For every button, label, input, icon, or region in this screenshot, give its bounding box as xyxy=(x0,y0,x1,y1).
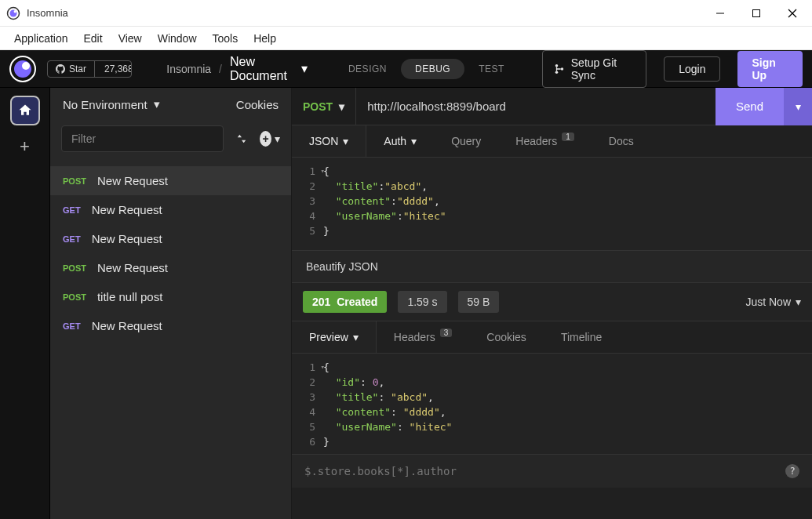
response-body-viewer[interactable]: 123456 { "id": 0, "title": "abcd", "cont… xyxy=(292,354,812,454)
request-item-label: New Request xyxy=(97,174,168,187)
request-item[interactable]: POSTNew Request xyxy=(50,166,291,195)
chevron-down-icon: ▾ xyxy=(796,296,801,308)
logo-icon[interactable] xyxy=(9,56,36,82)
request-item[interactable]: POSTNew Request xyxy=(50,253,291,282)
svg-point-7 xyxy=(555,64,558,66)
svg-point-9 xyxy=(561,67,563,70)
request-item-label: New Request xyxy=(92,232,162,245)
headers-count-badge: 1 xyxy=(562,132,574,141)
response-history-dropdown[interactable]: Just Now ▾ xyxy=(745,296,801,308)
request-item[interactable]: GETNew Request xyxy=(50,195,291,224)
home-button[interactable] xyxy=(10,96,40,125)
method-badge: GET xyxy=(63,205,81,215)
window-close-button[interactable] xyxy=(774,0,810,27)
sidebar: No Environment ▾ Cookies +▾ POSTNew Requ… xyxy=(50,88,292,519)
response-status-bar: 201 Created 1.59 s 59 B Just Now ▾ xyxy=(292,283,812,321)
tab-headers[interactable]: Headers 1 xyxy=(498,125,591,157)
method-badge: POST xyxy=(63,176,86,186)
environment-picker[interactable]: No Environment ▾ xyxy=(63,97,160,111)
tab-debug[interactable]: DEBUG xyxy=(401,59,464,79)
tab-preview[interactable]: Preview ▾ xyxy=(292,321,377,353)
beautify-json-button[interactable]: Beautify JSON xyxy=(292,250,812,283)
signup-button[interactable]: Sign Up xyxy=(737,51,803,87)
request-item-label: title null post xyxy=(97,290,162,303)
method-badge: GET xyxy=(63,234,81,244)
app-header: Star 27,368 Insomnia / New Document ▾ DE… xyxy=(0,50,812,88)
sort-requests-button[interactable] xyxy=(231,129,252,149)
breadcrumb-document[interactable]: New Document ▾ xyxy=(230,55,308,83)
request-item-label: New Request xyxy=(92,203,162,216)
method-badge: POST xyxy=(63,263,86,273)
tab-auth[interactable]: Auth ▾ xyxy=(366,125,434,157)
response-time: 1.59 s xyxy=(398,291,446,313)
method-badge: GET xyxy=(63,321,81,331)
request-body-editor[interactable]: 12345 { "title":"abcd", "content":"dddd"… xyxy=(292,158,812,250)
method-badge: POST xyxy=(63,292,86,302)
tab-docs[interactable]: Docs xyxy=(592,125,651,157)
filter-input[interactable] xyxy=(61,125,224,152)
svg-rect-4 xyxy=(753,9,760,16)
new-request-button[interactable]: +▾ xyxy=(260,129,280,149)
request-item[interactable]: POSTtitle null post xyxy=(50,282,291,311)
window-title: Insomnia xyxy=(27,7,68,19)
menu-application[interactable]: Application xyxy=(6,29,76,48)
github-star-button[interactable]: Star 27,368 xyxy=(47,60,132,78)
url-input[interactable] xyxy=(356,100,716,113)
menu-window[interactable]: Window xyxy=(150,29,205,48)
tab-test[interactable]: TEST xyxy=(464,59,519,79)
tab-response-cookies[interactable]: Cookies xyxy=(469,321,544,353)
menu-edit[interactable]: Edit xyxy=(76,29,111,48)
cookies-button[interactable]: Cookies xyxy=(236,98,279,111)
http-method-picker[interactable]: POST ▾ xyxy=(292,88,356,125)
request-item-label: New Request xyxy=(92,319,162,332)
window-titlebar: Insomnia xyxy=(0,0,812,27)
breadcrumb-separator: / xyxy=(219,63,222,75)
request-item[interactable]: GETNew Request xyxy=(50,311,291,340)
status-badge: 201 Created xyxy=(303,291,387,313)
add-project-button[interactable]: + xyxy=(20,136,30,157)
chevron-down-icon: ▾ xyxy=(301,61,308,76)
response-headers-count-badge: 3 xyxy=(440,328,453,337)
help-icon[interactable]: ? xyxy=(785,464,799,478)
setup-git-sync-button[interactable]: Setup Git Sync xyxy=(542,50,646,88)
svg-point-2 xyxy=(14,10,16,13)
chevron-down-icon: ▾ xyxy=(339,100,344,113)
send-dropdown-button[interactable]: ▾ xyxy=(784,88,812,125)
response-size: 59 B xyxy=(458,291,500,313)
app-icon xyxy=(6,6,20,20)
tab-query[interactable]: Query xyxy=(434,125,498,157)
tab-response-headers[interactable]: Headers 3 xyxy=(377,321,469,353)
request-item-label: New Request xyxy=(97,261,168,274)
jsonpath-input[interactable]: $.store.books[*].author xyxy=(304,465,457,477)
chevron-down-icon: ▾ xyxy=(353,331,359,343)
chevron-down-icon: ▾ xyxy=(275,132,280,145)
menu-help[interactable]: Help xyxy=(246,29,284,48)
nav-rail: + xyxy=(0,88,50,519)
github-star-count: 27,368 xyxy=(95,61,132,77)
menu-view[interactable]: View xyxy=(111,29,150,48)
send-button[interactable]: Send xyxy=(716,88,784,125)
window-minimize-button[interactable] xyxy=(702,0,738,27)
tab-timeline[interactable]: Timeline xyxy=(544,321,619,353)
chevron-down-icon: ▾ xyxy=(343,135,348,147)
request-response-pane: POST ▾ Send ▾ JSON ▾ Auth ▾ Query Header… xyxy=(292,88,812,519)
request-item[interactable]: GETNew Request xyxy=(50,224,291,253)
window-maximize-button[interactable] xyxy=(738,0,774,27)
tab-design[interactable]: DESIGN xyxy=(334,59,401,79)
svg-point-8 xyxy=(555,71,558,73)
chevron-down-icon: ▾ xyxy=(411,135,417,147)
login-button[interactable]: Login xyxy=(664,56,720,82)
breadcrumb-root[interactable]: Insomnia xyxy=(166,63,211,75)
github-star-label: Star xyxy=(69,64,86,74)
request-list: POSTNew RequestGETNew RequestGETNew Requ… xyxy=(50,166,291,340)
menubar: ApplicationEditViewWindowToolsHelp xyxy=(0,27,812,50)
menu-tools[interactable]: Tools xyxy=(205,29,246,48)
tab-body[interactable]: JSON ▾ xyxy=(292,125,366,157)
chevron-down-icon: ▾ xyxy=(154,97,160,111)
